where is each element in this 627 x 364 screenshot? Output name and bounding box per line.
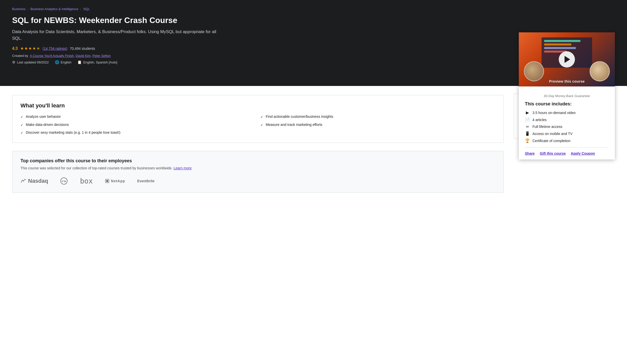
last-updated: ⚙ Last updated 09/2022 xyxy=(12,60,49,64)
includes-text-lifetime: Full lifetime access xyxy=(532,125,562,129)
check-icon-5: ✓ xyxy=(20,130,23,135)
sidebar-body: 30-Day Money-Back Guarantee This course … xyxy=(519,86,615,160)
star-2: ★ xyxy=(24,46,28,51)
check-icon-4: ✓ xyxy=(260,123,263,128)
captions-icon: 📋 xyxy=(77,60,82,64)
instructor-1[interactable]: A Course You'll Actually Finish xyxy=(30,54,74,58)
gift-course-button[interactable]: Gift this course xyxy=(540,151,566,155)
learn-box: What you'll learn ✓ Analyze user behavio… xyxy=(12,95,504,143)
update-icon: ⚙ xyxy=(12,60,15,64)
video-icon: ▶ xyxy=(525,110,530,115)
learn-text-5: Discover sexy marketing stats (e.g. 1 in… xyxy=(26,130,120,135)
nasdaq-icon xyxy=(20,178,27,184)
includes-item-certificate: 🏆 Certificate of completion xyxy=(525,138,609,143)
language-item: 🌐 English xyxy=(55,60,72,64)
breadcrumb-analytics[interactable]: Business Analytics & Intelligence xyxy=(30,7,78,11)
preview-card[interactable]: Preview this course 30-Day Money-Back Gu… xyxy=(519,32,615,160)
star-1: ★ xyxy=(20,46,24,51)
learn-text-2: Find actionable customer/business insigh… xyxy=(266,114,333,119)
includes-text-mobile: Access on mobile and TV xyxy=(532,132,573,136)
breadcrumb-business[interactable]: Business xyxy=(12,7,26,11)
check-icon-2: ✓ xyxy=(260,115,263,120)
share-button[interactable]: Share xyxy=(525,151,535,155)
includes-text-certificate: Certificate of completion xyxy=(532,139,570,143)
companies-description: This course was selected for our collect… xyxy=(20,166,495,171)
last-updated-text: Last updated 09/2022 xyxy=(17,60,49,64)
instructor-2[interactable]: David Kim xyxy=(76,54,91,58)
instructor-3[interactable]: Peter Sefton xyxy=(93,54,111,58)
students-count: 70,494 students xyxy=(70,47,95,51)
rating-link[interactable]: (14,754 ratings) xyxy=(42,47,67,51)
play-button[interactable] xyxy=(559,51,575,67)
play-triangle-icon xyxy=(565,56,570,63)
content-area: What you'll learn ✓ Analyze user behavio… xyxy=(0,86,627,201)
learn-grid: ✓ Analyze user behavior ✓ Find actionabl… xyxy=(20,114,495,135)
learn-item-4: ✓ Measure and track marketing efforts xyxy=(260,122,495,128)
learn-item-5: ✓ Discover sexy marketing stats (e.g. 1 … xyxy=(20,130,255,135)
breadcrumb-sql[interactable]: SQL xyxy=(83,7,90,11)
companies-title: Top companies offer this course to their… xyxy=(20,158,495,164)
nasdaq-logo: Nasdaq xyxy=(20,178,48,184)
check-icon-3: ✓ xyxy=(20,123,23,128)
mobile-icon: 📱 xyxy=(525,131,530,136)
content-left: What you'll learn ✓ Analyze user behavio… xyxy=(12,86,504,201)
breadcrumb-sep-2: › xyxy=(80,8,81,11)
netapp-logo: NetApp xyxy=(105,179,125,183)
includes-item-mobile: 📱 Access on mobile and TV xyxy=(525,131,609,136)
content-right: Preview this course 30-Day Money-Back Gu… xyxy=(514,86,615,201)
learn-text-3: Make data-driven decisions xyxy=(26,122,69,127)
infinity-icon: ∞ xyxy=(525,124,530,129)
language-text: English xyxy=(61,60,72,64)
guarantee-text: 30-Day Money-Back Guarantee xyxy=(525,90,609,98)
star-3: ★ xyxy=(28,46,32,51)
course-title: SQL for NEWBS: Weekender Crash Course xyxy=(12,15,227,25)
article-icon: 📄 xyxy=(525,117,530,122)
preview-thumbnail[interactable]: Preview this course xyxy=(519,32,615,86)
certificate-icon: 🏆 xyxy=(525,138,530,143)
learn-more-link[interactable]: Learn more xyxy=(173,166,192,170)
action-row: Share Gift this course Apply Coupon xyxy=(525,147,609,155)
companies-box: Top companies offer this course to their… xyxy=(12,151,504,193)
logos-row: Nasdaq VW box NetApp xyxy=(20,177,495,185)
captions-text: English, Spanish [Auto] xyxy=(83,60,117,64)
star-4: ★ xyxy=(32,46,36,51)
created-by-label: Created by xyxy=(12,54,28,58)
star-5: ★ xyxy=(36,46,40,51)
includes-title: This course includes: xyxy=(525,101,609,107)
includes-list: ▶ 3.5 hours on-demand video 📄 4 articles… xyxy=(525,110,609,143)
includes-text-articles: 4 articles xyxy=(532,118,547,122)
learn-item-2: ✓ Find actionable customer/business insi… xyxy=(260,114,495,120)
eventbrite-logo: Eventbrite xyxy=(137,179,154,183)
globe-icon: 🌐 xyxy=(55,60,59,64)
check-icon-1: ✓ xyxy=(20,115,23,120)
includes-item-articles: 📄 4 articles xyxy=(525,117,609,122)
captions-item: 📋 English, Spanish [Auto] xyxy=(77,60,117,64)
learn-title: What you'll learn xyxy=(20,102,495,109)
svg-text:VW: VW xyxy=(62,180,66,183)
learn-item-1: ✓ Analyze user behavior xyxy=(20,114,255,120)
apply-coupon-button[interactable]: Apply Coupon xyxy=(571,151,595,155)
stars-display: ★ ★ ★ ★ ★ xyxy=(20,46,40,51)
learn-item-3: ✓ Make data-driven decisions xyxy=(20,122,255,128)
includes-text-video: 3.5 hours on-demand video xyxy=(532,111,575,115)
svg-rect-3 xyxy=(106,180,108,182)
breadcrumb-sep-1: › xyxy=(28,8,29,11)
preview-label: Preview this course xyxy=(519,79,615,83)
course-subtitle: Data Analysis for Data Scientists, Marke… xyxy=(12,29,227,41)
instructor-face-right xyxy=(590,61,610,81)
vw-logo: VW xyxy=(60,177,68,185)
box-logo: box xyxy=(80,177,93,185)
learn-text-4: Measure and track marketing efforts xyxy=(266,122,322,127)
vw-icon: VW xyxy=(60,177,68,185)
breadcrumb: Business › Business Analytics & Intellig… xyxy=(12,7,615,11)
includes-item-lifetime: ∞ Full lifetime access xyxy=(525,124,609,129)
instructor-face-left xyxy=(524,61,544,81)
includes-item-video: ▶ 3.5 hours on-demand video xyxy=(525,110,609,115)
rating-number: 4.3 xyxy=(12,46,18,51)
learn-text-1: Analyze user behavior xyxy=(26,114,61,119)
netapp-icon xyxy=(105,179,109,183)
